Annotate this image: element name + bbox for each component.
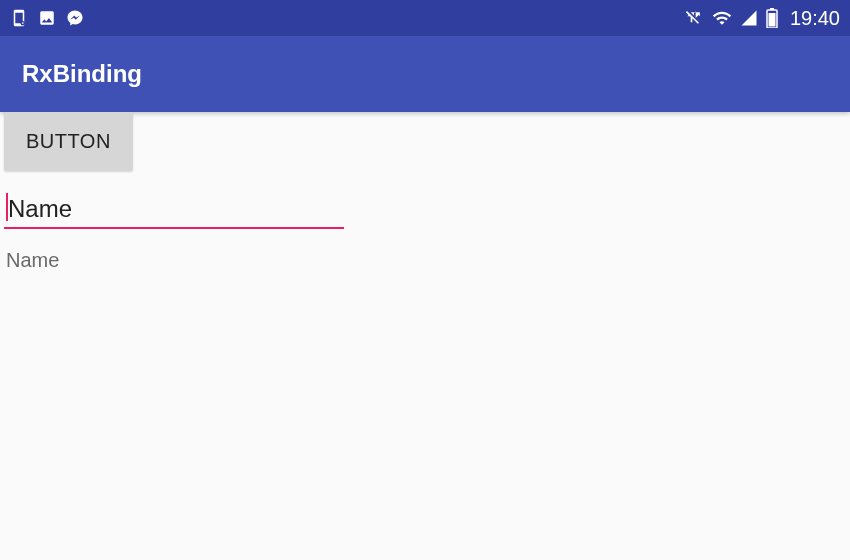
battery-icon	[766, 8, 778, 28]
name-field-wrap	[4, 189, 344, 229]
app-title: RxBinding	[22, 60, 142, 88]
clock-text: 19:40	[790, 7, 840, 30]
name-input[interactable]	[4, 189, 344, 229]
main-content: BUTTON Name	[0, 112, 850, 274]
svg-rect-3	[768, 13, 775, 27]
wifi-icon	[712, 8, 732, 28]
button[interactable]: BUTTON	[4, 112, 133, 171]
messenger-icon	[66, 9, 84, 27]
signal-icon	[740, 9, 758, 27]
vibrate-mute-icon	[684, 8, 704, 28]
svg-rect-2	[770, 8, 774, 10]
name-output-text: Name	[0, 247, 850, 274]
phone-lock-icon	[10, 9, 28, 27]
app-bar: RxBinding	[0, 36, 850, 112]
android-status-bar: 19:40	[0, 0, 850, 36]
text-caret	[6, 193, 8, 221]
image-icon	[38, 9, 56, 27]
